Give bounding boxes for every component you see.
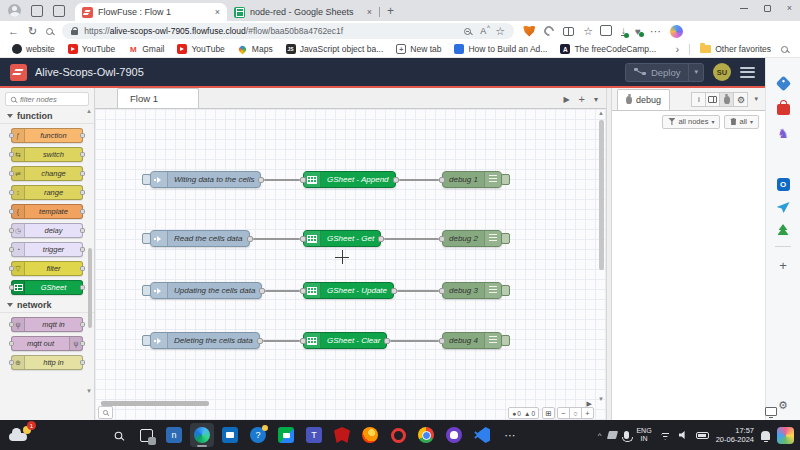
input-port[interactable]: [439, 338, 445, 344]
wire[interactable]: [397, 290, 439, 292]
wire[interactable]: [265, 290, 300, 292]
microphone-icon[interactable]: [624, 431, 629, 439]
palette-category-network[interactable]: network: [0, 298, 94, 313]
outlook-icon[interactable]: O: [777, 178, 790, 191]
tree-icon[interactable]: [778, 224, 789, 235]
read-aloud-icon[interactable]: A: [480, 26, 486, 36]
inject-node-read-the-cells-data[interactable]: Read the cells data: [150, 230, 250, 247]
bookmark-javascript-object-ba[interactable]: JSJavaScript object ba...: [286, 44, 384, 54]
input-port[interactable]: [439, 288, 445, 294]
deploy-options-caret[interactable]: ▾: [688, 64, 703, 81]
palette-node-http-in[interactable]: ⊕http in: [11, 355, 83, 370]
bookmark-new-tab[interactable]: New tab: [396, 44, 441, 54]
back-icon[interactable]: ←: [8, 26, 19, 37]
sidebar-menu-caret[interactable]: ▾: [754, 95, 758, 103]
palette-scrollbar-thumb[interactable]: [88, 248, 92, 328]
taskbar-app-help[interactable]: ?: [246, 423, 270, 447]
output-port[interactable]: [378, 236, 384, 242]
volume-icon[interactable]: [679, 431, 689, 440]
debug-node-debug-1[interactable]: debug 1: [442, 171, 502, 188]
tab-close-icon[interactable]: ×: [215, 7, 220, 17]
zoom-out-icon[interactable]: [464, 28, 471, 35]
wire[interactable]: [399, 179, 439, 181]
info-tab-icon[interactable]: i: [691, 92, 706, 107]
inject-node-witing-data-to-the-cells[interactable]: Witing data to the cells: [150, 171, 261, 188]
palette-node-template[interactable]: {template: [11, 204, 83, 219]
tray-app-icon[interactable]: [607, 431, 618, 439]
wire[interactable]: [390, 340, 439, 342]
bookmark-the-freecodecamp[interactable]: AThe freeCodeCamp...: [560, 44, 656, 54]
browser-essentials-icon[interactable]: ♥: [635, 26, 641, 37]
inject-button[interactable]: [142, 335, 151, 346]
palette-node-switch[interactable]: ⇆switch: [11, 147, 83, 162]
output-port[interactable]: [257, 338, 263, 344]
bookmark-youtube[interactable]: YouTube: [68, 44, 115, 54]
wire[interactable]: [263, 340, 300, 342]
taskbar-app-edge[interactable]: [190, 423, 214, 447]
user-avatar[interactable]: SU: [713, 63, 731, 81]
taskbar-app-more[interactable]: ⋯: [498, 423, 522, 447]
gsheet-node-gsheet-clear[interactable]: GSheet - Clear: [303, 332, 387, 349]
taskbar-app-opera[interactable]: [386, 423, 410, 447]
inject-button[interactable]: [142, 174, 151, 185]
tray-expand-icon[interactable]: ^: [598, 431, 602, 440]
taskbar-app-mcafee[interactable]: [330, 423, 354, 447]
other-favorites[interactable]: Other favorites: [700, 44, 771, 54]
canvas-vertical-scrollbar[interactable]: ▲ ▼: [597, 110, 605, 402]
settings-more-icon[interactable]: ⋯: [650, 26, 661, 37]
taskbar-app-meet[interactable]: [274, 423, 298, 447]
minimize-icon[interactable]: [740, 8, 748, 9]
debug-node-debug-2[interactable]: debug 2: [442, 230, 502, 247]
bookmark-gmail[interactable]: MGmail: [128, 44, 164, 54]
refresh-icon[interactable]: ↻: [28, 26, 37, 37]
gsheet-node-gsheet-append[interactable]: GSheet - Append: [303, 171, 396, 188]
browser-tab-node-red-google-sheets[interactable]: node-red - Google Sheets×: [227, 3, 379, 21]
input-port[interactable]: [439, 236, 445, 242]
wifi-icon[interactable]: [659, 430, 672, 440]
lock-icon[interactable]: [71, 30, 78, 35]
input-port[interactable]: [300, 338, 306, 344]
scrollbar-thumb[interactable]: [101, 401, 209, 406]
debug-toggle-button[interactable]: [501, 174, 510, 185]
debug-toggle-button[interactable]: [501, 335, 510, 346]
maximize-icon[interactable]: [764, 5, 771, 12]
flow-list-caret-icon[interactable]: ▾: [594, 95, 598, 104]
tab-scroll-icon[interactable]: ▶: [563, 95, 569, 104]
palette-category-function[interactable]: function: [0, 109, 94, 124]
palette-node-mqtt-out[interactable]: mqtt outψ: [11, 336, 83, 351]
palette-node-function[interactable]: ƒfunction: [11, 128, 83, 143]
debug-node-debug-4[interactable]: debug 4: [442, 332, 502, 349]
output-port[interactable]: [258, 177, 264, 183]
taskbar-app-vscode[interactable]: [470, 423, 494, 447]
palette-node-delay[interactable]: ◷delay: [11, 223, 83, 238]
zoom-in-button[interactable]: +: [581, 407, 594, 419]
output-port[interactable]: [259, 288, 265, 294]
battery-icon[interactable]: [696, 432, 709, 439]
wire[interactable]: [264, 179, 300, 181]
workspaces-icon[interactable]: [31, 5, 43, 17]
bookmarks-search-icon[interactable]: [781, 46, 788, 53]
coupon-icon[interactable]: [775, 76, 791, 92]
bookmark-youtube[interactable]: YouTube: [177, 44, 224, 54]
tab-actions-icon[interactable]: [53, 5, 65, 17]
debug-toggle-button[interactable]: [501, 233, 510, 244]
gsheet-node-gsheet-update[interactable]: GSheet - Update: [303, 282, 394, 299]
microsoft-365-icon[interactable]: [776, 152, 791, 167]
split-screen-icon[interactable]: [563, 27, 574, 36]
input-port[interactable]: [300, 236, 306, 242]
url-text[interactable]: https://alive-scops-owl-7905.flowfuse.cl…: [84, 26, 458, 36]
taskbar-weather-widget[interactable]: 1: [9, 424, 33, 444]
status-counts[interactable]: ●0 ▲0: [508, 407, 539, 419]
address-bar[interactable]: https://alive-scops-owl-7905.flowfuse.cl…: [62, 23, 514, 39]
favorites-icon[interactable]: ☆: [583, 26, 593, 37]
palette-node-filter[interactable]: ▽filter: [11, 261, 83, 276]
search-icon[interactable]: [46, 28, 53, 35]
scrollbar-thumb[interactable]: [599, 120, 604, 270]
debug-filter-button[interactable]: all nodes ▾: [662, 115, 720, 129]
output-port[interactable]: [247, 236, 253, 242]
palette-scroll-down-icon[interactable]: ▼: [86, 388, 92, 394]
games-icon[interactable]: ♞: [776, 126, 791, 141]
wire[interactable]: [384, 238, 439, 240]
tab-close-icon[interactable]: ×: [367, 7, 372, 17]
metamask-extension-icon[interactable]: [523, 26, 535, 37]
